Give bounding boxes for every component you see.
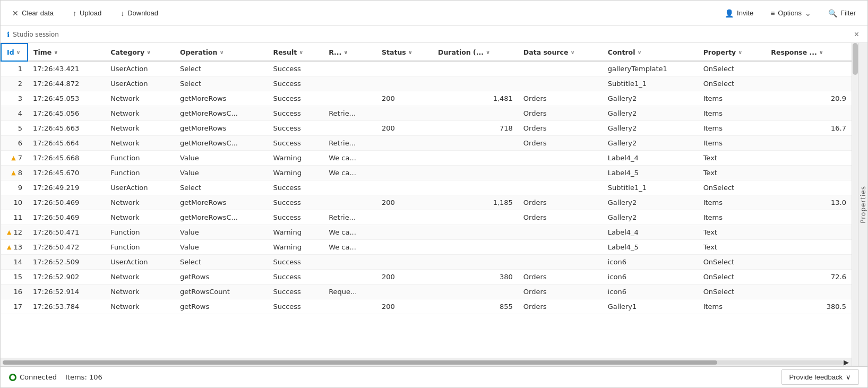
scroll-right-button[interactable]: ▶ — [843, 359, 849, 366]
col-header-datasource[interactable]: Data source ∨ — [518, 44, 603, 61]
cell-result: Success — [268, 106, 324, 121]
cell-control: Label4_5 — [603, 166, 698, 180]
col-header-r[interactable]: R... ∨ — [323, 44, 376, 61]
col-header-id[interactable]: Id ∨ — [1, 44, 28, 61]
cell-r: Retrie... — [323, 210, 376, 225]
options-chevron-icon: ⌄ — [805, 9, 811, 18]
cell-r: Retrie... — [323, 106, 376, 121]
col-datasource-label: Data source — [523, 48, 569, 56]
table-row[interactable]: 1417:26:52.509UserActionSelectSuccessico… — [1, 255, 852, 270]
cell-status — [376, 210, 433, 225]
h-scrollbar-thumb[interactable] — [3, 360, 717, 365]
table-row[interactable]: 617:26:45.664NetworkgetMoreRowsC...Succe… — [1, 136, 852, 151]
cell-category: Function — [105, 151, 175, 166]
session-bar: ℹ Studio session × — [1, 26, 867, 43]
clear-data-button[interactable]: ✕ Clear data — [9, 7, 57, 20]
cell-id: 15 — [1, 270, 28, 284]
col-response-sort-icon: ∨ — [819, 49, 823, 55]
cell-response — [766, 136, 852, 151]
cell-category: Function — [105, 240, 175, 255]
table-row[interactable]: 1017:26:50.469NetworkgetMoreRowsSuccess2… — [1, 195, 852, 210]
cell-control: Gallery1 — [603, 299, 698, 314]
connected-dot-icon — [9, 374, 16, 381]
cell-operation: Select — [175, 61, 268, 76]
cell-time: 17:26:53.784 — [28, 299, 105, 314]
cell-time: 17:26:52.509 — [28, 255, 105, 270]
vertical-scrollbar[interactable] — [852, 43, 858, 366]
cell-r — [323, 180, 376, 195]
provide-feedback-button[interactable]: Provide feedback ∨ — [781, 369, 859, 385]
cell-r: Retrie... — [323, 136, 376, 151]
table-row[interactable]: 1517:26:52.902NetworkgetRowsSuccess20038… — [1, 270, 852, 284]
cell-status — [376, 255, 433, 270]
table-row[interactable]: 517:26:45.663NetworkgetMoreRowsSuccess20… — [1, 121, 852, 136]
table-row[interactable]: 1617:26:52.914NetworkgetRowsCountSuccess… — [1, 284, 852, 299]
col-header-control[interactable]: Control ∨ — [603, 44, 698, 61]
warning-icon: ▲ — [7, 244, 11, 251]
col-header-operation[interactable]: Operation ∨ — [175, 44, 268, 61]
cell-response — [766, 61, 852, 76]
table-row[interactable]: ▲1317:26:50.472FunctionValueWarningWe ca… — [1, 240, 852, 255]
col-header-time[interactable]: Time ∨ — [28, 44, 105, 61]
col-header-result[interactable]: Result ∨ — [268, 44, 324, 61]
cell-id: ▲12 — [1, 225, 28, 240]
cell-operation: Value — [175, 151, 268, 166]
col-header-duration[interactable]: Duration (... ∨ — [433, 44, 518, 61]
cell-time: 17:26:49.219 — [28, 180, 105, 195]
cell-category: UserAction — [105, 180, 175, 195]
col-header-property[interactable]: Property ∨ — [698, 44, 766, 61]
cell-status — [376, 61, 433, 76]
cell-r — [323, 195, 376, 210]
options-icon: ≡ — [770, 9, 775, 18]
session-close-button[interactable]: × — [852, 30, 861, 39]
col-header-status[interactable]: Status ∨ — [376, 44, 433, 61]
table-row[interactable]: ▲1217:26:50.471FunctionValueWarningWe ca… — [1, 225, 852, 240]
cell-duration: 718 — [433, 121, 518, 136]
cell-duration — [433, 255, 518, 270]
upload-label: Upload — [80, 9, 101, 17]
table-row[interactable]: 117:26:43.421UserActionSelectSuccessgall… — [1, 61, 852, 76]
h-scrollbar-track[interactable] — [3, 360, 843, 365]
upload-button[interactable]: ↑ Upload — [70, 7, 105, 20]
cell-response: 13.0 — [766, 195, 852, 210]
table-row[interactable]: ▲717:26:45.668FunctionValueWarningWe ca.… — [1, 151, 852, 166]
table-header: Id ∨ Time ∨ — [1, 44, 852, 61]
col-control-sort-icon: ∨ — [637, 49, 641, 55]
filter-button[interactable]: 🔍 Filter — [825, 7, 859, 20]
cell-id: 2 — [1, 76, 28, 91]
table-row[interactable]: 417:26:45.056NetworkgetMoreRowsC...Succe… — [1, 106, 852, 121]
cell-id: 4 — [1, 106, 28, 121]
download-button[interactable]: ↓ Download — [117, 7, 161, 20]
cell-category: Network — [105, 210, 175, 225]
table-row[interactable]: 317:26:45.053NetworkgetMoreRowsSuccess20… — [1, 91, 852, 106]
cell-result: Warning — [268, 225, 324, 240]
cell-operation: getMoreRowsC... — [175, 210, 268, 225]
right-panel[interactable]: Properties — [858, 43, 867, 366]
cell-id: ▲8 — [1, 166, 28, 180]
invite-button[interactable]: 👤 Invite — [721, 7, 757, 20]
cell-datasource — [518, 180, 603, 195]
col-header-category[interactable]: Category ∨ — [105, 44, 175, 61]
cell-property: Items — [698, 106, 766, 121]
table-row[interactable]: 1117:26:50.469NetworkgetMoreRowsC...Succ… — [1, 210, 852, 225]
v-scrollbar-thumb[interactable] — [853, 43, 858, 75]
table-row[interactable]: ▲817:26:45.670FunctionValueWarningWe ca.… — [1, 166, 852, 180]
cell-datasource: Orders — [518, 299, 603, 314]
table-wrapper[interactable]: Id ∨ Time ∨ — [1, 43, 852, 358]
cell-result: Success — [268, 299, 324, 314]
table-body: 117:26:43.421UserActionSelectSuccessgall… — [1, 61, 852, 314]
table-row[interactable]: 217:26:44.872UserActionSelectSuccessSubt… — [1, 76, 852, 91]
horizontal-scroll[interactable]: ▶ — [1, 358, 852, 366]
cell-property: Text — [698, 151, 766, 166]
table-row[interactable]: 917:26:49.219UserActionSelectSuccessSubt… — [1, 180, 852, 195]
cell-id-value: 13 — [13, 243, 22, 251]
cell-r: We ca... — [323, 166, 376, 180]
cell-status — [376, 240, 433, 255]
cell-id-value: 12 — [13, 228, 22, 236]
cell-property: OnSelect — [698, 255, 766, 270]
cell-operation: Select — [175, 180, 268, 195]
options-button[interactable]: ≡ Options ⌄ — [767, 7, 814, 20]
table-row[interactable]: 1717:26:53.784NetworkgetRowsSuccess20085… — [1, 299, 852, 314]
col-header-response[interactable]: Response ... ∨ — [766, 44, 852, 61]
cell-status — [376, 225, 433, 240]
